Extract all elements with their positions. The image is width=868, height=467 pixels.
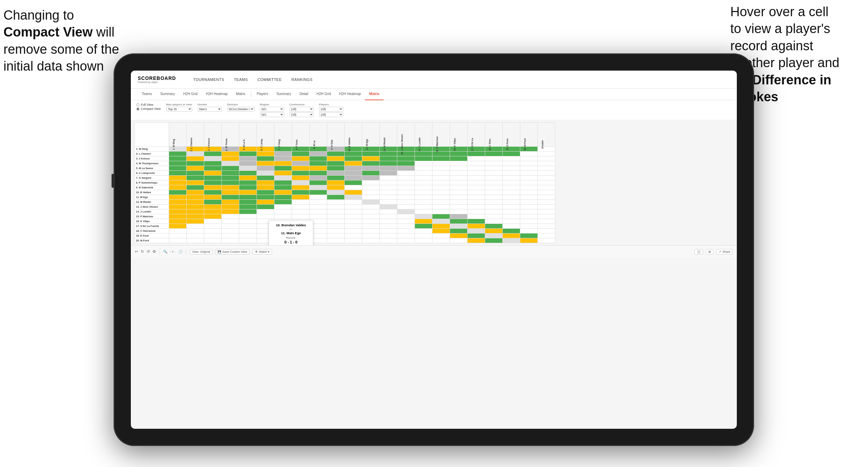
matrix-cell[interactable] bbox=[380, 185, 397, 190]
matrix-cell[interactable] bbox=[169, 200, 187, 205]
matrix-cell[interactable] bbox=[520, 156, 538, 161]
matrix-cell[interactable] bbox=[327, 147, 345, 152]
matrix-cell[interactable] bbox=[345, 234, 362, 238]
nav-tournaments[interactable]: TOURNAMENTS bbox=[193, 77, 224, 82]
matrix-cell[interactable] bbox=[520, 229, 538, 234]
matrix-cell[interactable] bbox=[169, 156, 187, 161]
matrix-cell[interactable] bbox=[310, 161, 327, 166]
matrix-cell[interactable] bbox=[503, 238, 520, 243]
tab-summary[interactable]: Summary bbox=[156, 89, 179, 100]
matrix-cell[interactable] bbox=[310, 152, 327, 156]
matrix-cell[interactable] bbox=[257, 161, 274, 166]
matrix-cell[interactable] bbox=[520, 200, 538, 205]
matrix-cell[interactable] bbox=[362, 209, 380, 214]
matrix-cell[interactable] bbox=[450, 166, 468, 171]
matrix-cell[interactable] bbox=[239, 166, 257, 171]
matrix-cell[interactable] bbox=[204, 224, 222, 229]
matrix-cell[interactable] bbox=[257, 176, 274, 180]
matrix-cell[interactable] bbox=[380, 190, 397, 195]
matrix-cell[interactable] bbox=[432, 147, 450, 152]
matrix-cell[interactable] bbox=[274, 161, 292, 166]
matrix-cell[interactable] bbox=[380, 229, 397, 234]
view-original-btn[interactable]: View: Original bbox=[190, 249, 212, 255]
matrix-cell[interactable] bbox=[450, 214, 468, 219]
matrix-cell[interactable] bbox=[274, 200, 292, 205]
matrix-cell[interactable] bbox=[327, 229, 345, 234]
matrix-cell[interactable] bbox=[239, 234, 257, 238]
matrix-cell[interactable] bbox=[432, 200, 450, 205]
matrix-cell[interactable] bbox=[187, 161, 204, 166]
matrix-cell[interactable] bbox=[222, 166, 239, 171]
share-btn[interactable]: ↗ Share bbox=[716, 249, 733, 255]
matrix-cell[interactable] bbox=[239, 205, 257, 209]
matrix-cell[interactable] bbox=[485, 200, 503, 205]
matrix-cell[interactable] bbox=[503, 224, 520, 229]
matrix-cell[interactable] bbox=[468, 185, 485, 190]
matrix-cell[interactable] bbox=[450, 205, 468, 209]
matrix-cell[interactable] bbox=[169, 176, 187, 180]
matrix-cell[interactable] bbox=[468, 180, 485, 185]
matrix-cell[interactable] bbox=[380, 166, 397, 171]
matrix-cell[interactable] bbox=[397, 205, 415, 209]
matrix-cell[interactable] bbox=[187, 171, 204, 176]
matrix-cell[interactable] bbox=[222, 171, 239, 176]
matrix-cell[interactable] bbox=[327, 152, 345, 156]
matrix-cell[interactable] bbox=[327, 161, 345, 166]
matrix-cell[interactable] bbox=[222, 156, 239, 161]
matrix-cell[interactable] bbox=[274, 209, 292, 214]
matrix-cell[interactable] bbox=[187, 238, 204, 243]
matrix-cell[interactable] bbox=[274, 190, 292, 195]
matrix-cell[interactable] bbox=[415, 205, 432, 209]
matrix-cell[interactable] bbox=[362, 219, 380, 224]
matrix-cell[interactable] bbox=[345, 238, 362, 243]
matrix-cell[interactable] bbox=[257, 209, 274, 214]
matrix-cell[interactable] bbox=[204, 176, 222, 180]
matrix-cell[interactable] bbox=[169, 209, 187, 214]
matrix-cell[interactable] bbox=[345, 200, 362, 205]
matrix-cell[interactable] bbox=[415, 209, 432, 214]
matrix-cell[interactable] bbox=[274, 152, 292, 156]
matrix-cell[interactable] bbox=[432, 190, 450, 195]
matrix-cell[interactable] bbox=[397, 238, 415, 243]
matrix-cell[interactable] bbox=[292, 185, 310, 190]
matrix-cell[interactable] bbox=[310, 200, 327, 205]
conference-select-1[interactable]: (All) bbox=[290, 107, 314, 112]
tab-h2h-grid-right[interactable]: H2H Grid bbox=[312, 89, 335, 100]
matrix-cell[interactable] bbox=[432, 224, 450, 229]
matrix-cell[interactable] bbox=[222, 209, 239, 214]
matrix-cell[interactable] bbox=[274, 176, 292, 180]
matrix-cell[interactable] bbox=[327, 171, 345, 176]
matrix-cell[interactable] bbox=[450, 156, 468, 161]
matrix-cell[interactable] bbox=[292, 147, 310, 152]
matrix-cell[interactable] bbox=[204, 190, 222, 195]
matrix-cell[interactable] bbox=[239, 229, 257, 234]
matrix-cell[interactable] bbox=[257, 214, 274, 219]
matrix-cell[interactable] bbox=[432, 185, 450, 190]
matrix-cell[interactable] bbox=[327, 234, 345, 238]
matrix-cell[interactable] bbox=[204, 219, 222, 224]
matrix-cell[interactable] bbox=[274, 180, 292, 185]
matrix-cell[interactable] bbox=[415, 200, 432, 205]
matrix-cell[interactable] bbox=[450, 152, 468, 156]
matrix-cell[interactable] bbox=[468, 238, 485, 243]
matrix-cell[interactable] bbox=[485, 205, 503, 209]
matrix-cell[interactable] bbox=[362, 205, 380, 209]
matrix-cell[interactable] bbox=[450, 234, 468, 238]
matrix-cell[interactable] bbox=[292, 156, 310, 161]
matrix-cell[interactable] bbox=[187, 185, 204, 190]
matrix-cell[interactable] bbox=[380, 224, 397, 229]
matrix-cell[interactable] bbox=[239, 147, 257, 152]
matrix-cell[interactable] bbox=[327, 180, 345, 185]
matrix-cell[interactable] bbox=[239, 224, 257, 229]
matrix-cell[interactable] bbox=[503, 229, 520, 234]
matrix-cell[interactable] bbox=[169, 205, 187, 209]
matrix-cell[interactable] bbox=[239, 171, 257, 176]
matrix-cell[interactable] bbox=[310, 185, 327, 190]
matrix-cell[interactable] bbox=[204, 200, 222, 205]
matrix-cell[interactable] bbox=[520, 219, 538, 224]
matrix-cell[interactable] bbox=[503, 219, 520, 224]
matrix-cell[interactable] bbox=[362, 152, 380, 156]
matrix-area[interactable]: 1. W Ding 2. L Clanton 3. J Koivun 4. M … bbox=[131, 120, 737, 245]
matrix-cell[interactable] bbox=[520, 180, 538, 185]
matrix-cell[interactable] bbox=[257, 195, 274, 200]
